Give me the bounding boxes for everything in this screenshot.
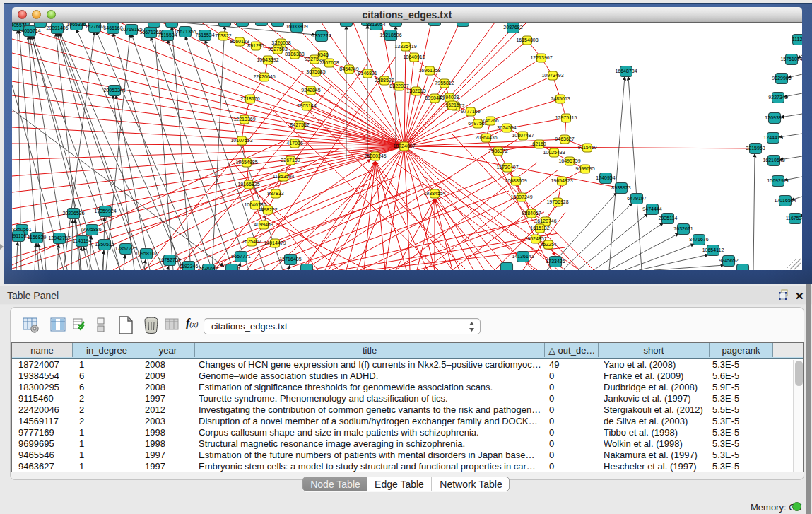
svg-text:9657771: 9657771 xyxy=(231,254,250,259)
svg-text:16210643: 16210643 xyxy=(763,158,784,163)
svg-text:9227342: 9227342 xyxy=(768,95,787,100)
svg-text:1209383: 1209383 xyxy=(765,115,784,120)
svg-text:9329966: 9329966 xyxy=(772,76,791,81)
svg-text:2935114: 2935114 xyxy=(659,216,678,221)
svg-text:1167534: 1167534 xyxy=(786,216,802,221)
svg-text:19384554: 19384554 xyxy=(423,191,445,196)
svg-text:8322037: 8322037 xyxy=(389,83,408,88)
svg-text:1362615: 1362615 xyxy=(406,88,425,93)
svg-text:19166825: 19166825 xyxy=(237,182,259,187)
svg-text:4099469: 4099469 xyxy=(254,222,273,227)
svg-text:20091406: 20091406 xyxy=(46,25,68,30)
svg-text:2087682: 2087682 xyxy=(503,25,522,30)
svg-text:19218506: 19218506 xyxy=(379,33,401,37)
svg-text:7632621: 7632621 xyxy=(673,226,693,231)
svg-text:1192346: 1192346 xyxy=(180,264,199,269)
svg-text:8454749: 8454749 xyxy=(339,66,358,71)
svg-text:12975115: 12975115 xyxy=(555,115,577,120)
svg-text:16961758: 16961758 xyxy=(418,68,440,73)
svg-text:20206536: 20206536 xyxy=(62,211,84,216)
svg-text:19756928: 19756928 xyxy=(546,199,568,204)
svg-text:8813054: 8813054 xyxy=(366,23,385,27)
svg-text:16033809: 16033809 xyxy=(286,24,307,29)
svg-text:8186328: 8186328 xyxy=(285,52,304,57)
svg-text:3675685: 3675685 xyxy=(306,69,325,74)
svg-text:7986372: 7986372 xyxy=(488,148,507,153)
svg-text:17857225: 17857225 xyxy=(114,246,136,251)
svg-text:4498222: 4498222 xyxy=(258,207,277,212)
svg-text:16120746: 16120746 xyxy=(534,218,556,223)
svg-text:16210: 16210 xyxy=(445,103,459,107)
svg-text:9884067: 9884067 xyxy=(522,211,541,216)
svg-text:1244413: 1244413 xyxy=(763,135,782,140)
svg-text:22420046: 22420046 xyxy=(253,74,275,79)
svg-text:16648784: 16648784 xyxy=(615,69,637,74)
svg-text:9245652: 9245652 xyxy=(719,258,738,263)
svg-text:9975886: 9975886 xyxy=(82,227,101,232)
svg-text:25300245: 25300245 xyxy=(364,153,386,158)
svg-text:3624554: 3624554 xyxy=(497,125,516,130)
svg-text:8660123: 8660123 xyxy=(230,39,249,44)
svg-text:10807487: 10807487 xyxy=(512,133,534,138)
svg-text:19654923: 19654923 xyxy=(551,178,572,183)
svg-text:2867608: 2867608 xyxy=(319,60,339,65)
svg-text:7357224: 7357224 xyxy=(312,33,331,38)
svg-text:10107553: 10107553 xyxy=(230,138,252,143)
svg-text:12942757: 12942757 xyxy=(48,235,70,240)
svg-text:9546: 9546 xyxy=(317,52,329,57)
svg-text:1615132: 1615132 xyxy=(530,226,549,230)
svg-text:3267130: 3267130 xyxy=(281,158,300,163)
svg-text:1156829: 1156829 xyxy=(28,235,47,240)
svg-text:9474444: 9474444 xyxy=(642,206,661,211)
svg-text:14136141: 14136141 xyxy=(512,254,534,259)
svg-text:11123: 11123 xyxy=(792,37,802,42)
svg-text:15692971: 15692971 xyxy=(767,178,789,183)
svg-text:7955812: 7955812 xyxy=(435,81,454,86)
svg-text:11353594: 11353594 xyxy=(273,174,295,179)
svg-text:19524851: 19524851 xyxy=(524,236,546,241)
svg-text:7625402: 7625402 xyxy=(242,239,261,244)
svg-text:891295: 891295 xyxy=(247,43,264,48)
svg-text:8427552: 8427552 xyxy=(290,122,309,127)
svg-text:417006: 417006 xyxy=(286,141,302,146)
svg-text:13325419: 13325419 xyxy=(394,44,416,49)
svg-text:9327503: 9327503 xyxy=(268,47,287,52)
svg-text:391159: 391159 xyxy=(12,233,27,238)
svg-text:1527602: 1527602 xyxy=(85,24,104,29)
svg-text:9699695: 9699695 xyxy=(575,166,594,171)
svg-text:18724007: 18724007 xyxy=(393,144,415,148)
svg-text:16495759: 16495759 xyxy=(558,158,580,163)
svg-text:1145194: 1145194 xyxy=(73,238,92,243)
svg-text:9146821: 9146821 xyxy=(358,71,377,76)
svg-text:2718176: 2718176 xyxy=(240,96,259,101)
svg-text:15751074: 15751074 xyxy=(780,57,802,62)
svg-text:17359924: 17359924 xyxy=(94,209,116,214)
svg-text:10688609: 10688609 xyxy=(505,178,526,183)
svg-text:20053346: 20053346 xyxy=(103,88,125,93)
svg-text:7485063: 7485063 xyxy=(551,96,570,101)
svg-text:17016504: 17016504 xyxy=(774,198,796,203)
svg-text:8938923: 8938923 xyxy=(611,185,630,190)
svg-text:2588520: 2588520 xyxy=(375,78,394,83)
svg-text:10543392: 10543392 xyxy=(257,57,278,62)
svg-text:12213967: 12213967 xyxy=(530,55,552,60)
svg-text:9777169: 9777169 xyxy=(461,109,480,114)
svg-text:1740954: 1740954 xyxy=(596,175,615,180)
svg-text:1250515: 1250515 xyxy=(95,242,114,247)
svg-text:9463627: 9463627 xyxy=(555,136,574,141)
svg-text:16154808: 16154808 xyxy=(516,37,538,42)
svg-text:746266: 746266 xyxy=(482,118,498,123)
svg-text:7515534: 7515534 xyxy=(195,33,214,37)
svg-text:1733426: 1733426 xyxy=(546,259,565,264)
svg-text:16671355: 16671355 xyxy=(174,29,196,34)
svg-text:9115460: 9115460 xyxy=(578,145,597,150)
svg-text:20364436: 20364436 xyxy=(475,135,497,140)
svg-text:62160: 62160 xyxy=(532,141,546,146)
svg-text:252254: 252254 xyxy=(540,242,556,247)
svg-text:19654985: 19654985 xyxy=(235,160,257,165)
svg-text:10046786: 10046786 xyxy=(244,202,266,207)
svg-text:15720407: 15720407 xyxy=(496,165,518,170)
svg-text:9245052: 9245052 xyxy=(199,267,218,270)
svg-text:10025433: 10025433 xyxy=(543,150,565,155)
svg-text:3226058: 3226058 xyxy=(271,40,290,45)
